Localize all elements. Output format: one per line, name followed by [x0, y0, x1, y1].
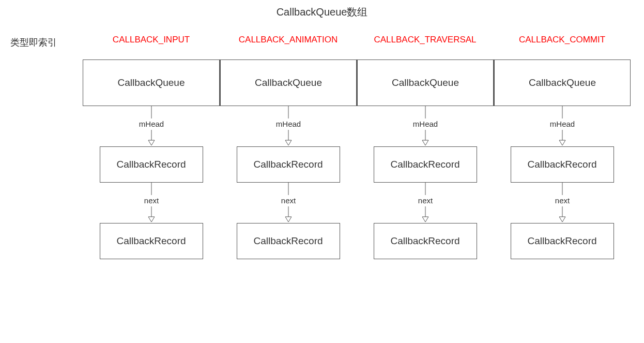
record-box: CallbackRecord	[237, 223, 340, 259]
link-section-1: mHead CallbackRecord mHead CallbackRecor…	[83, 106, 644, 183]
queue-array-row: CallbackQueue CallbackQueue CallbackQueu…	[83, 59, 644, 106]
arrow-next-icon: next	[268, 183, 309, 223]
svg-marker-5	[285, 140, 292, 145]
svg-marker-17	[285, 217, 292, 222]
arrow-label: next	[281, 196, 296, 205]
type-label-commit: CALLBACK_COMMIT	[519, 35, 605, 50]
arrow-label: next	[555, 196, 570, 205]
record-box: CallbackRecord	[100, 223, 203, 259]
type-label-input: CALLBACK_INPUT	[113, 35, 190, 50]
record-box: CallbackRecord	[374, 146, 477, 183]
arrow-next-icon: next	[405, 183, 446, 223]
queue-box: CallbackQueue	[220, 59, 357, 106]
svg-marker-2	[148, 140, 155, 145]
svg-marker-11	[559, 140, 565, 145]
svg-marker-14	[148, 217, 155, 222]
record-box: CallbackRecord	[100, 146, 203, 183]
arrow-label: next	[418, 196, 433, 205]
record-box: CallbackRecord	[237, 146, 340, 183]
type-label-animation: CALLBACK_ANIMATION	[239, 35, 338, 50]
type-labels-row: 类型即索引 CALLBACK_INPUT CALLBACK_ANIMATION …	[0, 35, 644, 50]
arrow-mhead-icon: mHead	[131, 106, 172, 146]
type-label-traversal: CALLBACK_TRAVERSAL	[374, 35, 476, 50]
arrow-label: mHead	[412, 120, 437, 128]
arrow-label: mHead	[549, 120, 574, 128]
queue-box: CallbackQueue	[83, 59, 220, 106]
arrow-label: mHead	[275, 120, 300, 128]
link-section-2: next CallbackRecord next CallbackRecord …	[83, 183, 644, 259]
arrow-mhead-icon: mHead	[542, 106, 583, 146]
diagram-title: CallbackQueue数组	[0, 0, 644, 35]
queue-box: CallbackQueue	[494, 59, 631, 106]
svg-marker-23	[559, 217, 565, 222]
arrow-mhead-icon: mHead	[268, 106, 309, 146]
record-box: CallbackRecord	[374, 223, 477, 259]
queue-box: CallbackQueue	[357, 59, 494, 106]
svg-marker-8	[422, 140, 428, 145]
side-label: 类型即索引	[10, 36, 78, 49]
svg-marker-20	[422, 217, 428, 222]
record-box: CallbackRecord	[511, 146, 614, 183]
arrow-mhead-icon: mHead	[405, 106, 446, 146]
record-box: CallbackRecord	[511, 223, 614, 259]
arrow-label: next	[144, 196, 159, 205]
arrow-next-icon: next	[131, 183, 172, 223]
arrow-next-icon: next	[542, 183, 583, 223]
arrow-label: mHead	[139, 120, 163, 128]
